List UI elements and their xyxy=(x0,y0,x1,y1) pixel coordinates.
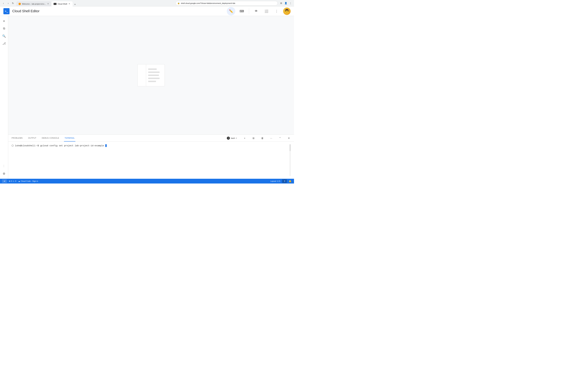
forward-button[interactable]: › xyxy=(6,1,10,5)
split-terminal-icon: ⊞ xyxy=(252,137,255,140)
tab-debug-label: DEBUG CONSOLE xyxy=(42,137,59,139)
editor-placeholder-left xyxy=(138,64,146,86)
remote-connection-button[interactable]: ⇌ xyxy=(2,179,7,183)
settings-icon: ⚙ xyxy=(3,172,5,175)
cloud-code-label: Cloud Code - Sign in xyxy=(21,180,38,182)
editor-placeholder-right xyxy=(146,64,164,86)
tab-favicon: ⬛ xyxy=(54,3,56,5)
tab-terminal-label: TERMINAL xyxy=(65,137,75,139)
app-title: Cloud Shell Editor xyxy=(12,9,39,13)
terminal-body[interactable]: luke@cloudshell:~$ gcloud config set pro… xyxy=(8,142,294,179)
sidebar-item-git[interactable]: ⎇ xyxy=(1,41,7,47)
errors-indicator[interactable]: ⊗ 0 ⚠ 0 xyxy=(9,180,16,182)
tab-output[interactable]: OUTPUT xyxy=(27,135,37,142)
status-right: Layout: U.S. ↗ 🔔 xyxy=(270,179,292,183)
close-icon: ✕ xyxy=(288,137,290,140)
address-bar[interactable]: 🔒 shell.cloud.google.com/?show=ide&envir… xyxy=(176,1,278,5)
menu-icon: ≡ xyxy=(3,19,5,23)
tab-bar: 🟠 Welcome – lab-project-id-e... ✕ ⬛ Clou… xyxy=(16,0,176,7)
user-avatar[interactable]: 👨 xyxy=(283,8,291,15)
cloud-code-button[interactable]: ☁ Cloud Code - Sign in xyxy=(18,180,38,182)
preview-icon: 👁 xyxy=(255,9,258,13)
dots-icon: ··· xyxy=(3,165,5,167)
terminal-maximize-button[interactable]: ⌃ xyxy=(278,136,282,141)
new-tab-button[interactable]: + xyxy=(73,2,77,7)
more-button[interactable]: ⋮ xyxy=(289,1,293,5)
sidebar: ≡ ⧉ 🔍 ⎇ ··· ⚙ xyxy=(0,16,8,179)
terminal-close-button[interactable]: ✕ xyxy=(286,136,291,141)
bash-indicator[interactable]: S bash ▾ xyxy=(225,136,238,141)
more-options-button[interactable]: ⋮ xyxy=(273,8,280,15)
tab-debug-console[interactable]: DEBUG CONSOLE xyxy=(41,135,60,142)
sidebar-item-menu[interactable]: ≡ xyxy=(1,18,7,24)
tab-close-icon[interactable]: ✕ xyxy=(47,3,49,5)
placeholder-line-5 xyxy=(148,81,156,82)
tab-favicon: 🟠 xyxy=(18,3,21,5)
terminal-scrollbar[interactable] xyxy=(290,144,291,176)
preview-button[interactable]: 👁 xyxy=(252,8,260,15)
chevron-up-icon: ⌃ xyxy=(279,137,281,140)
trash-icon: 🗑 xyxy=(261,137,264,140)
error-count: 0 xyxy=(11,180,12,182)
terminal-prompt: luke@cloudshell:~$ xyxy=(15,144,39,147)
placeholder-line-2 xyxy=(148,72,160,73)
prompt-indicator xyxy=(12,145,14,147)
tab-welcome[interactable]: 🟠 Welcome – lab-project-id-e... ✕ xyxy=(16,1,51,7)
arrow-icon: ↗ xyxy=(283,180,286,183)
bell-button[interactable]: 🔔 xyxy=(288,179,292,183)
split-terminal-button[interactable]: ⊞ xyxy=(251,136,256,141)
back-button[interactable]: ‹ xyxy=(1,1,5,5)
extensions-button[interactable]: ⊞ xyxy=(279,1,283,5)
cloud-icon: ☁ xyxy=(18,180,20,182)
bash-icon: S xyxy=(227,137,230,140)
git-icon: ⎇ xyxy=(2,42,6,45)
split-button[interactable]: ⬜ xyxy=(263,8,270,15)
header-divider xyxy=(249,8,249,14)
edit-button[interactable]: ✏️ xyxy=(227,7,235,16)
new-terminal-button[interactable]: + xyxy=(242,136,247,141)
tab-problems[interactable]: PROBLEMS xyxy=(11,135,23,142)
sidebar-item-search[interactable]: 🔍 xyxy=(1,33,7,39)
profile-button[interactable]: 👤 xyxy=(284,1,288,5)
terminal-scrollbar-thumb xyxy=(290,144,290,151)
sidebar-item-explorer[interactable]: ⧉ xyxy=(1,25,7,32)
main-content: PROBLEMS OUTPUT DEBUG CONSOLE TERMINAL xyxy=(8,16,294,179)
tab-title: Welcome – lab-project-id-e... xyxy=(22,3,46,5)
search-icon: 🔍 xyxy=(2,34,6,38)
browser-controls: ‹ › ↻ xyxy=(1,1,15,5)
browser-chrome: ‹ › ↻ 🟠 Welcome – lab-project-id-e... ✕ … xyxy=(0,0,294,7)
lock-icon: 🔒 xyxy=(177,2,180,4)
layout-indicator[interactable]: Layout: U.S. xyxy=(270,180,281,182)
bell-icon: 🔔 xyxy=(289,180,291,183)
terminal-button[interactable]: ⌨ xyxy=(238,8,245,15)
tab-title: Cloud Shell xyxy=(58,3,67,5)
logo-symbol: >_ xyxy=(5,9,8,13)
sidebar-item-settings[interactable]: ⚙ xyxy=(1,171,7,177)
chevron-down-icon: ▾ xyxy=(236,137,237,139)
placeholder-line-4 xyxy=(148,78,160,79)
bash-symbol: S xyxy=(228,137,229,139)
avatar-image: 👨 xyxy=(284,9,289,14)
app-header: >_ Cloud Shell Editor ✏️ ⌨ 👁 ⬜ ⋮ 👨 xyxy=(0,7,294,16)
warning-icon: ⚠ xyxy=(13,180,15,182)
layout-label: Layout: U.S. xyxy=(270,180,281,182)
tab-close-icon[interactable]: ✕ xyxy=(68,3,71,5)
placeholder-line-1 xyxy=(148,68,157,70)
pencil-icon: ✏️ xyxy=(229,9,233,13)
tab-cloud-shell[interactable]: ⬛ Cloud Shell ✕ xyxy=(52,1,72,7)
sidebar-more-dots[interactable]: ··· xyxy=(1,163,7,169)
terminal-more-button[interactable]: ··· xyxy=(269,136,274,141)
app: >_ Cloud Shell Editor ✏️ ⌨ 👁 ⬜ ⋮ 👨 xyxy=(0,7,294,184)
split-icon: ⬜ xyxy=(265,9,268,13)
editor-area xyxy=(8,16,294,134)
placeholder-line-3 xyxy=(148,75,159,76)
kill-terminal-button[interactable]: 🗑 xyxy=(260,136,265,141)
reload-button[interactable]: ↻ xyxy=(11,1,15,5)
terminal-tabs-bar: PROBLEMS OUTPUT DEBUG CONSOLE TERMINAL xyxy=(8,135,294,142)
bash-label: bash xyxy=(231,137,235,139)
tab-terminal[interactable]: TERMINAL xyxy=(64,135,76,142)
terminal-command: gcloud config set project lab-project-id… xyxy=(40,144,104,147)
plus-icon: + xyxy=(244,137,245,140)
editor-placeholder xyxy=(138,64,165,86)
notification-button[interactable]: ↗ xyxy=(282,179,287,183)
